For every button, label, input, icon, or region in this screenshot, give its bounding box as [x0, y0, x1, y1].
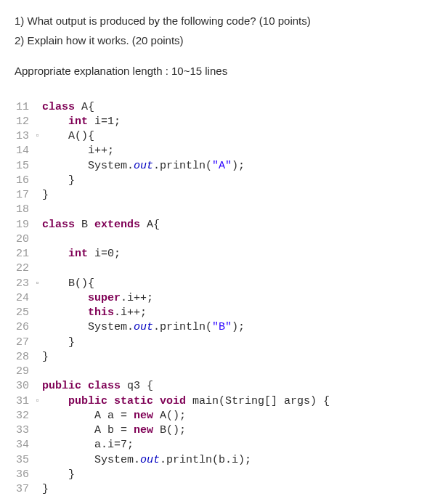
code-line: 34 a.i=7;: [15, 438, 428, 452]
code-content: A a = new A();: [42, 409, 428, 423]
line-number: 35: [15, 453, 35, 468]
code-line: 18: [15, 203, 428, 217]
code-line: 17}: [15, 188, 428, 203]
fold-marker-icon: [35, 189, 42, 203]
code-block: 11class A{12 int i=1;13▫ A(){14 i++;15 S…: [15, 100, 428, 497]
code-content: A(){: [42, 129, 428, 144]
code-line: 33 A b = new B();: [15, 423, 428, 438]
fold-marker-icon: [35, 439, 42, 453]
line-number: 29: [15, 365, 35, 379]
code-content: }: [42, 468, 428, 482]
fold-marker-icon: ▫: [35, 130, 42, 145]
line-number: 25: [15, 306, 35, 320]
code-content: i++;: [42, 144, 428, 158]
line-number: 37: [15, 482, 35, 497]
code-line: 30public class q3 {: [15, 379, 428, 394]
code-line: 19class B extends A{: [15, 218, 428, 232]
question-2: 2) Explain how it works. (20 points): [15, 33, 428, 49]
code-line: 12 int i=1;: [15, 115, 428, 129]
fold-marker-icon: [35, 380, 42, 394]
code-line: 36 }: [15, 468, 428, 482]
code-content: [42, 365, 428, 379]
code-line: 13▫ A(){: [15, 129, 428, 144]
code-line: 26 System.out.println("B");: [15, 320, 428, 335]
code-line: 21 int i=0;: [15, 247, 428, 261]
line-number: 18: [15, 203, 35, 217]
code-content: public class q3 {: [42, 379, 428, 394]
line-number: 21: [15, 247, 35, 261]
fold-marker-icon: [35, 468, 42, 483]
code-line: 28}: [15, 350, 428, 365]
line-number: 34: [15, 438, 35, 452]
fold-marker-icon: [35, 145, 42, 159]
code-line: 35 System.out.println(b.i);: [15, 453, 428, 468]
code-content: }: [42, 336, 428, 350]
line-number: 36: [15, 468, 35, 482]
line-number: 11: [15, 100, 35, 115]
line-number: 22: [15, 261, 35, 276]
code-line: 27 }: [15, 336, 428, 350]
fold-marker-icon: ▫: [35, 277, 42, 292]
code-line: 37}: [15, 482, 428, 497]
code-line: 14 i++;: [15, 144, 428, 158]
code-line: 16 }: [15, 174, 428, 188]
line-number: 31: [15, 394, 35, 409]
code-content: }: [42, 174, 428, 188]
fold-marker-icon: [35, 321, 42, 336]
code-content: a.i=7;: [42, 438, 428, 452]
line-number: 28: [15, 350, 35, 365]
fold-marker-icon: [35, 410, 42, 424]
code-line: 29: [15, 365, 428, 379]
fold-marker-icon: ▫: [35, 395, 42, 410]
code-line: 11class A{: [15, 100, 428, 115]
fold-marker-icon: [35, 262, 42, 277]
fold-marker-icon: [35, 351, 42, 365]
fold-marker-icon: [35, 483, 42, 497]
code-content: [42, 261, 428, 276]
code-content: A b = new B();: [42, 423, 428, 438]
code-content: super.i++;: [42, 291, 428, 306]
code-content: }: [42, 188, 428, 203]
code-content: public static void main(String[] args) {: [42, 394, 428, 409]
fold-marker-icon: [35, 101, 42, 115]
fold-marker-icon: [35, 336, 42, 351]
line-number: 33: [15, 423, 35, 438]
line-number: 23: [15, 277, 35, 291]
code-content: class A{: [42, 100, 428, 115]
line-number: 30: [15, 379, 35, 394]
code-content: System.out.println("A");: [42, 159, 428, 174]
question-1: 1) What output is produced by the follow…: [15, 13, 428, 30]
fold-marker-icon: [35, 115, 42, 130]
fold-marker-icon: [35, 306, 42, 321]
code-content: [42, 203, 428, 217]
code-line: 31▫ public static void main(String[] arg…: [15, 394, 428, 409]
code-content: System.out.println(b.i);: [42, 453, 428, 468]
line-number: 14: [15, 144, 35, 158]
fold-marker-icon: [35, 424, 42, 439]
fold-marker-icon: [35, 365, 42, 380]
code-line: 15 System.out.println("A");: [15, 159, 428, 174]
fold-marker-icon: [35, 219, 42, 233]
code-line: 24 super.i++;: [15, 291, 428, 306]
code-line: 20: [15, 232, 428, 247]
line-number: 12: [15, 115, 35, 129]
code-content: System.out.println("B");: [42, 320, 428, 335]
line-number: 27: [15, 336, 35, 350]
line-number: 19: [15, 218, 35, 232]
code-content: class B extends A{: [42, 218, 428, 232]
code-content: }: [42, 482, 428, 497]
line-number: 32: [15, 409, 35, 423]
code-line: 23▫ B(){: [15, 277, 428, 291]
fold-marker-icon: [35, 454, 42, 468]
code-content: int i=1;: [42, 115, 428, 129]
line-number: 26: [15, 320, 35, 335]
line-number: 16: [15, 174, 35, 188]
code-content: }: [42, 350, 428, 365]
explanation-note: Appropriate explanation length : 10~15 l…: [15, 63, 428, 80]
code-line: 22: [15, 261, 428, 276]
fold-marker-icon: [35, 233, 42, 248]
code-content: this.i++;: [42, 306, 428, 320]
fold-marker-icon: [35, 174, 42, 189]
line-number: 13: [15, 129, 35, 144]
code-line: 25 this.i++;: [15, 306, 428, 320]
